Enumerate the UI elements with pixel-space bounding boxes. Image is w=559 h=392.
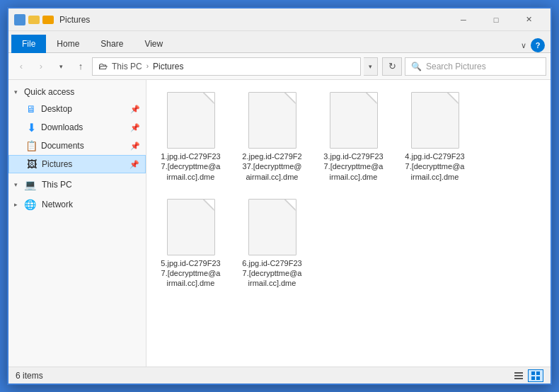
this-pc-label: This PC <box>42 180 72 190</box>
close-button[interactable]: ✕ <box>512 8 545 31</box>
sidebar-item-pictures-label: Pictures <box>42 159 125 169</box>
pictures-icon: 🖼 <box>26 158 38 170</box>
file-item-6[interactable]: 6.jpg.id-C279F237.[decrypttme@airmail.cc… <box>235 194 309 294</box>
folder-icon-small: 🗁 <box>98 61 108 71</box>
tab-home[interactable]: Home <box>46 34 90 52</box>
file-icon-container-6 <box>244 199 301 255</box>
this-pc-icon: 💻 <box>24 179 36 190</box>
quick-access-chevron: ▾ <box>14 88 21 96</box>
window-title: Pictures <box>59 15 447 25</box>
file-name-4: 4.jpg.id-C279F237.[decrypttme@airmail.cc… <box>405 151 464 182</box>
sidebar-item-desktop[interactable]: 🖥 Desktop 📌 <box>8 100 146 118</box>
sidebar-item-documents[interactable]: 📋 Documents 📌 <box>8 137 146 155</box>
svg-rect-6 <box>536 376 540 380</box>
ribbon: File Home Share View ∨ ? <box>8 31 551 53</box>
tab-file[interactable]: File <box>11 35 46 53</box>
file-page-icon-1 <box>167 92 215 149</box>
tb-icon3 <box>42 16 54 24</box>
forward-button[interactable]: › <box>33 58 50 75</box>
sidebar-section-quick-access[interactable]: ▾ Quick access <box>8 84 146 100</box>
file-item-4[interactable]: 4.jpg.id-C279F237.[decrypttme@airmail.cc… <box>398 87 472 187</box>
sidebar-item-downloads-label: Downloads <box>41 122 126 132</box>
svg-rect-4 <box>536 371 540 375</box>
network-chevron: ▸ <box>14 201 21 208</box>
sidebar-item-documents-label: Documents <box>41 141 126 151</box>
file-name-1: 1.jpg.id-C279F237.[decrypttme@airmail.cc… <box>161 151 220 182</box>
sidebar-item-desktop-label: Desktop <box>41 104 126 114</box>
file-page-icon-2 <box>248 92 296 149</box>
breadcrumb-chevron1: › <box>146 62 149 70</box>
network-icon: 🌐 <box>24 199 36 210</box>
file-item-3[interactable]: 3.jpg.id-C279F237.[decrypttme@airmail.cc… <box>316 87 391 187</box>
file-item-5[interactable]: 5.jpg.id-C279F237.[decrypttme@airmail.cc… <box>154 194 228 294</box>
file-page-icon-4 <box>411 92 459 149</box>
file-name-5: 5.jpg.id-C279F237.[decrypttme@airmail.cc… <box>161 258 220 289</box>
status-bar: 6 items <box>8 367 551 384</box>
svg-rect-3 <box>531 371 535 375</box>
file-icon-container-2 <box>244 92 301 149</box>
file-icon-container-1 <box>163 92 219 149</box>
breadcrumb-pictures: Pictures <box>153 62 183 71</box>
search-input[interactable]: 🔍 Search Pictures <box>405 57 546 76</box>
sidebar-item-downloads[interactable]: ⬇ Downloads 📌 <box>8 118 146 137</box>
window-controls: ─ □ ✕ <box>447 8 545 31</box>
this-pc-chevron: ▾ <box>14 181 21 188</box>
tab-share[interactable]: Share <box>90 34 134 52</box>
tb-icon1 <box>14 14 25 25</box>
content-area: ▾ Quick access 🖥 Desktop 📌 ⬇ Downloads 📌… <box>8 80 551 367</box>
downloads-icon: ⬇ <box>25 122 37 133</box>
view-list-icon <box>514 371 524 381</box>
desktop-icon: 🖥 <box>25 103 37 115</box>
up-button[interactable]: ↑ <box>72 58 89 75</box>
tab-view[interactable]: View <box>134 34 173 52</box>
pin-icon-pic: 📌 <box>129 160 139 169</box>
file-icon-container-5 <box>163 199 219 255</box>
pin-icon: 📌 <box>130 105 140 114</box>
file-icon-container-3 <box>325 92 382 149</box>
file-name-2: 2.jpeg.id-C279F237.[decrypttme@airmail.c… <box>242 151 301 182</box>
documents-icon: 📋 <box>25 140 37 151</box>
address-bar: ‹ › ▾ ↑ 🗁 This PC › Pictures ▾ ↻ 🔍 Searc… <box>8 53 551 80</box>
tb-icon2 <box>28 16 40 24</box>
svg-rect-1 <box>514 375 523 376</box>
minimize-button[interactable]: ─ <box>447 8 480 31</box>
view-grid-button[interactable] <box>528 369 543 382</box>
file-item-2[interactable]: 2.jpeg.id-C279F237.[decrypttme@airmail.c… <box>235 87 309 187</box>
pin-icon-dl: 📌 <box>130 123 140 132</box>
network-label: Network <box>42 200 73 209</box>
breadcrumb-this-pc: This PC <box>112 62 142 71</box>
title-bar-icons <box>14 14 54 25</box>
file-page-icon-3 <box>330 92 378 149</box>
back-button[interactable]: ‹ <box>13 58 30 75</box>
file-page-icon-6 <box>248 199 296 255</box>
address-input[interactable]: 🗁 This PC › Pictures <box>92 57 361 76</box>
sidebar-section-network[interactable]: ▸ 🌐 Network <box>8 196 146 213</box>
svg-rect-0 <box>514 372 523 374</box>
recent-locations-button[interactable]: ▾ <box>52 58 69 75</box>
svg-rect-5 <box>531 376 535 380</box>
chevron-down-icon[interactable]: ∨ <box>521 41 526 50</box>
quick-access-label: Quick access <box>24 87 74 97</box>
maximize-button[interactable]: □ <box>480 8 512 31</box>
address-dropdown-button[interactable]: ▾ <box>364 57 378 76</box>
file-name-6: 6.jpg.id-C279F237.[decrypttme@airmail.cc… <box>242 258 301 289</box>
title-bar: Pictures ─ □ ✕ <box>8 8 551 31</box>
pin-icon-doc: 📌 <box>130 142 140 151</box>
file-page-icon-5 <box>167 199 215 255</box>
ribbon-tabs: File Home Share View ∨ ? <box>8 31 551 52</box>
refresh-button[interactable]: ↻ <box>382 57 402 76</box>
search-placeholder: Search Pictures <box>426 62 486 71</box>
sidebar-section-this-pc[interactable]: ▾ 💻 This PC <box>8 176 146 193</box>
search-icon: 🔍 <box>411 62 422 71</box>
view-list-button[interactable] <box>511 369 526 382</box>
file-grid: 1.jpg.id-C279F237.[decrypttme@airmail.cc… <box>146 80 551 301</box>
help-button[interactable]: ? <box>531 38 545 52</box>
file-item-1[interactable]: 1.jpg.id-C279F237.[decrypttme@airmail.cc… <box>154 87 228 187</box>
status-count: 6 items <box>16 371 43 381</box>
file-name-3: 3.jpg.id-C279F237.[decrypttme@airmail.cc… <box>323 151 383 182</box>
view-buttons <box>511 369 543 382</box>
main-window: Pictures ─ □ ✕ File Home Share View ∨ ? … <box>7 7 552 385</box>
file-icon-container-4 <box>407 92 463 149</box>
sidebar: ▾ Quick access 🖥 Desktop 📌 ⬇ Downloads 📌… <box>8 80 146 367</box>
sidebar-item-pictures[interactable]: 🖼 Pictures 📌 <box>8 155 146 173</box>
